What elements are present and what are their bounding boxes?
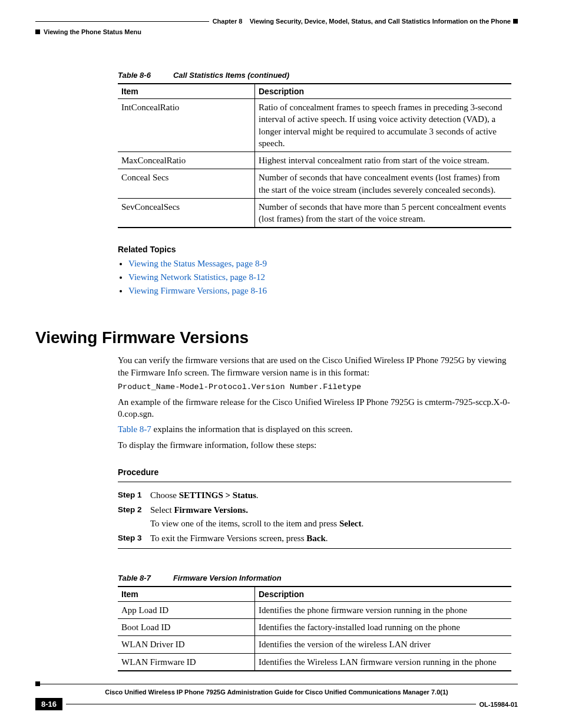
related-topics-list: Viewing the Status Messages, page 8-9 Vi… (128, 259, 518, 296)
table-8-7: Item Description App Load IDIdentifies t… (118, 586, 511, 671)
footer-doc-title: Cisco Unified Wireless IP Phone 7925G Ad… (35, 689, 518, 696)
step-body: To exit the Firmware Versions screen, pr… (150, 533, 328, 543)
step-label: Step 3 (118, 533, 150, 543)
square-marker-icon (35, 29, 40, 34)
procedure-step: Step 1 Choose SETTINGS > Status. (150, 490, 518, 500)
procedure-heading: Procedure (118, 467, 518, 477)
table-8-7-caption: Table 8-7Firmware Version Information (118, 574, 518, 582)
procedure-step: Step 2 Select Firmware Versions. To view… (150, 505, 518, 529)
table-row: Conceal SecsNumber of seconds that have … (118, 169, 511, 199)
step-body: Choose SETTINGS > Status. (150, 490, 259, 500)
page-footer: Cisco Unified Wireless IP Phone 7925G Ad… (35, 681, 518, 710)
related-link[interactable]: Viewing Network Statistics, page 8-12 (128, 272, 265, 282)
table-ref-link[interactable]: Table 8-7 (118, 424, 151, 434)
col-header-desc: Description (255, 84, 512, 99)
body-paragraph: Table 8-7 explains the information that … (118, 423, 518, 435)
doc-id: OL-15984-01 (480, 701, 518, 708)
procedure-step: Step 3 To exit the Firmware Versions scr… (150, 533, 518, 543)
procedure-rule (118, 548, 511, 549)
table-row: WLAN Firmware IDIdentifies the Wireless … (118, 653, 511, 671)
related-link[interactable]: Viewing Firmware Versions, page 8-16 (128, 286, 267, 295)
section-header: Viewing the Phone Status Menu (44, 28, 141, 35)
chapter-label: Chapter 8 Viewing Security, Device, Mode… (213, 18, 511, 25)
table-row: IntConcealRatioRatio of concealment fram… (118, 99, 511, 152)
square-marker-icon (513, 19, 518, 24)
list-item: Viewing the Status Messages, page 8-9 (128, 259, 518, 269)
table-8-6: Item Description IntConcealRatioRatio of… (118, 83, 511, 228)
col-header-item: Item (118, 84, 255, 99)
page-title: Viewing Firmware Versions (35, 328, 518, 347)
code-line: Product_Name-Model-Protocol.Version Numb… (118, 382, 518, 393)
step-label: Step 1 (118, 490, 150, 500)
list-item: Viewing Network Statistics, page 8-12 (128, 272, 518, 282)
table-row: Boot Load IDIdentifies the factory-insta… (118, 619, 511, 636)
step-body: Select Firmware Versions. To view one of… (150, 505, 363, 529)
related-link[interactable]: Viewing the Status Messages, page 8-9 (128, 259, 267, 268)
procedure-rule (118, 482, 511, 482)
table-row: SevConcealSecsNumber of seconds that hav… (118, 198, 511, 228)
table-8-6-caption: Table 8-6Call Statistics Items (continue… (118, 71, 518, 80)
page-number-badge: 8-16 (35, 698, 62, 710)
step-label: Step 2 (118, 505, 150, 529)
col-header-desc: Description (255, 587, 512, 602)
square-marker-icon (35, 681, 40, 686)
list-item: Viewing Firmware Versions, page 8-16 (128, 286, 518, 296)
table-row: App Load IDIdentifies the phone firmware… (118, 601, 511, 618)
col-header-item: Item (118, 587, 255, 602)
body-paragraph: To display the firmware information, fol… (118, 439, 518, 451)
table-row: WLAN Driver IDIdentifies the version of … (118, 636, 511, 653)
running-header: Chapter 8 Viewing Security, Device, Mode… (35, 18, 518, 35)
table-row: MaxConcealRatioHighest interval concealm… (118, 152, 511, 169)
related-topics-heading: Related Topics (118, 245, 518, 254)
body-paragraph: You can verify the firmware versions tha… (118, 354, 518, 378)
body-paragraph: An example of the firmware release for t… (118, 396, 518, 420)
